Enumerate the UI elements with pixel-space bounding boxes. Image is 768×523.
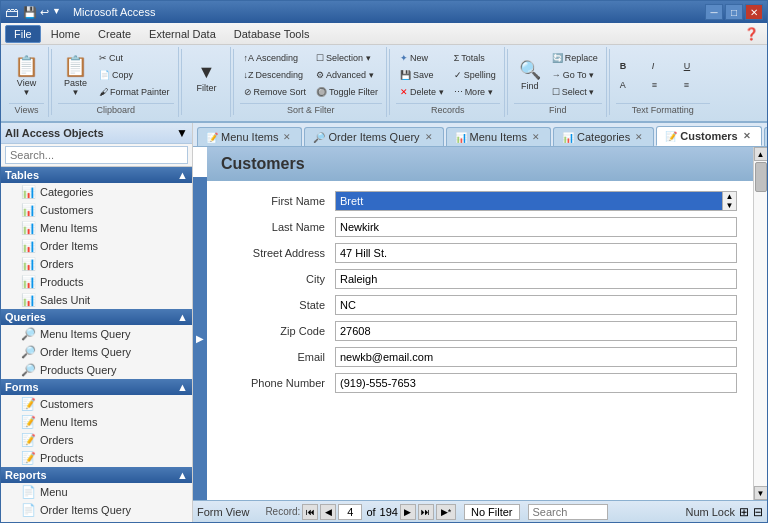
nav-item-orders[interactable]: 📊 Orders [1, 255, 192, 273]
help-icon[interactable]: ❓ [740, 25, 763, 43]
view-grid-icon[interactable]: ⊞ [739, 505, 749, 519]
form-nav-left-arrow[interactable]: ▶ [193, 177, 207, 500]
form-row-state: State [215, 295, 737, 315]
toggle-filter-button[interactable]: 🔘 Toggle Filter [312, 84, 382, 100]
tab-ord[interactable]: 📊 Ord... ✕ [764, 127, 767, 146]
nav-item-menu-items[interactable]: 📊 Menu Items [1, 219, 192, 237]
tab-customers-close[interactable]: ✕ [741, 131, 753, 141]
nav-item-products-form[interactable]: 📝 Products [1, 449, 192, 467]
nav-item-categories[interactable]: 📊 Categories [1, 183, 192, 201]
tab-categories-close[interactable]: ✕ [633, 132, 645, 142]
selection-button[interactable]: ☐ Selection ▾ [312, 50, 382, 66]
search-input[interactable] [528, 504, 608, 520]
menu-external-data[interactable]: External Data [141, 26, 224, 42]
paste-button[interactable]: 📋 Paste ▼ [58, 49, 93, 101]
align-left-button[interactable]: ≡ [648, 77, 678, 93]
table-icon-customers: 📊 [21, 203, 36, 217]
menu-create[interactable]: Create [90, 26, 139, 42]
underline-button[interactable]: U [680, 58, 710, 74]
scrollbar-down-btn[interactable]: ▼ [754, 486, 768, 500]
nav-item-order-items[interactable]: 📊 Order Items [1, 237, 192, 255]
minimize-button[interactable]: ─ [705, 4, 723, 20]
phone-input[interactable] [335, 373, 737, 393]
nav-prev-btn[interactable]: ◀ [320, 504, 336, 520]
view-button[interactable]: 📋 View ▼ [9, 49, 44, 101]
replace-button[interactable]: 🔄 Replace [548, 50, 602, 66]
lastname-input[interactable] [335, 217, 737, 237]
nav-item-customers[interactable]: 📊 Customers [1, 201, 192, 219]
tab-menu-items-close[interactable]: ✕ [281, 132, 293, 142]
tab-menu-items-table-close[interactable]: ✕ [530, 132, 542, 142]
align-center-button[interactable]: ≡ [680, 77, 710, 93]
menu-database-tools[interactable]: Database Tools [226, 26, 318, 42]
nav-item-products[interactable]: 📊 Products [1, 273, 192, 291]
menu-home[interactable]: Home [43, 26, 88, 42]
firstname-input[interactable] [335, 191, 723, 211]
totals-button[interactable]: Σ Totals [450, 50, 500, 66]
nav-item-sales-unit[interactable]: 📊 Sales Unit [1, 291, 192, 309]
no-filter-button[interactable]: No Filter [464, 504, 520, 520]
nav-section-tables[interactable]: Tables ▲ [1, 167, 192, 183]
advanced-button[interactable]: ⚙ Advanced ▾ [312, 67, 382, 83]
tab-menu-items[interactable]: 📝 Menu Items ✕ [197, 127, 302, 146]
nav-new-btn[interactable]: ▶* [436, 504, 456, 520]
cut-button[interactable]: ✂ Cut [95, 50, 174, 66]
qa-dropdown-icon[interactable]: ▼ [52, 6, 61, 19]
filter-button[interactable]: ▼ Filter [188, 51, 226, 103]
nav-item-order-items-report[interactable]: 📄 Order Items Query [1, 501, 192, 519]
menu-file[interactable]: File [5, 25, 41, 43]
select-button[interactable]: ☐ Select ▾ [548, 84, 602, 100]
street-input[interactable] [335, 243, 737, 263]
format-painter-button[interactable]: 🖌 Format Painter [95, 84, 174, 100]
delete-record-button[interactable]: ✕ Delete ▾ [396, 84, 448, 100]
tab-categories[interactable]: 📊 Categories ✕ [553, 127, 654, 146]
nav-item-customers-form[interactable]: 📝 Customers [1, 395, 192, 413]
nav-item-order-items-query[interactable]: 🔎 Order Items Query [1, 343, 192, 361]
nav-section-forms[interactable]: Forms ▲ [1, 379, 192, 395]
nav-item-menu-report[interactable]: 📄 Menu [1, 483, 192, 501]
qa-undo-icon[interactable]: ↩ [40, 6, 49, 19]
goto-button[interactable]: → Go To ▾ [548, 67, 602, 83]
firstname-scroll-down[interactable]: ▼ [723, 201, 736, 210]
nav-item-products-query[interactable]: 🔎 Products Query [1, 361, 192, 379]
close-button[interactable]: ✕ [745, 4, 763, 20]
nav-search-input[interactable] [5, 146, 188, 164]
spelling-button[interactable]: ✓ Spelling [450, 67, 500, 83]
nav-item-menu-items-form[interactable]: 📝 Menu Items [1, 413, 192, 431]
font-color-button[interactable]: A [616, 77, 646, 93]
nav-section-queries[interactable]: Queries ▲ [1, 309, 192, 325]
maximize-button[interactable]: □ [725, 4, 743, 20]
nav-panel-menu-icon[interactable]: ▼ [176, 126, 188, 140]
qa-save-icon[interactable]: 💾 [23, 6, 37, 19]
scrollbar-up-btn[interactable]: ▲ [754, 147, 768, 161]
record-current[interactable] [338, 504, 362, 520]
find-button[interactable]: 🔍 Find [514, 49, 546, 101]
nav-section-reports[interactable]: Reports ▲ [1, 467, 192, 483]
view-list-icon[interactable]: ⊟ [753, 505, 763, 519]
tab-order-items-query[interactable]: 🔎 Order Items Query ✕ [304, 127, 443, 146]
state-input[interactable] [335, 295, 737, 315]
tab-order-items-query-close[interactable]: ✕ [423, 132, 435, 142]
save-record-button[interactable]: 💾 Save [396, 67, 448, 83]
tab-menu-items-table[interactable]: 📊 Menu Items ✕ [446, 127, 551, 146]
more-button[interactable]: ⋯ More ▾ [450, 84, 500, 100]
city-input[interactable] [335, 269, 737, 289]
nav-last-btn[interactable]: ⏭ [418, 504, 434, 520]
scrollbar-thumb[interactable] [755, 162, 767, 192]
nav-next-btn[interactable]: ▶ [400, 504, 416, 520]
nav-item-orders-form[interactable]: 📝 Orders [1, 431, 192, 449]
zip-input[interactable] [335, 321, 737, 341]
new-record-button[interactable]: ✦ New [396, 50, 448, 66]
italic-button[interactable]: I [648, 58, 678, 74]
divider-4 [389, 49, 390, 115]
nav-item-menu-items-query[interactable]: 🔎 Menu Items Query [1, 325, 192, 343]
email-input[interactable] [335, 347, 737, 367]
copy-button[interactable]: 📄 Copy [95, 67, 174, 83]
descending-button[interactable]: ↓Z Descending [240, 67, 311, 83]
nav-first-btn[interactable]: ⏮ [302, 504, 318, 520]
ascending-button[interactable]: ↑A Ascending [240, 50, 311, 66]
bold-button[interactable]: B [616, 58, 646, 74]
remove-sort-button[interactable]: ⊘ Remove Sort [240, 84, 311, 100]
tab-customers[interactable]: 📝 Customers ✕ [656, 126, 761, 146]
firstname-scroll-up[interactable]: ▲ [723, 192, 736, 201]
